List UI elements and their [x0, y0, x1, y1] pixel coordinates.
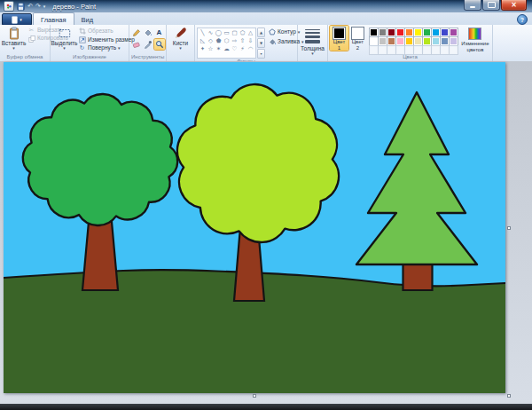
- undo-icon[interactable]: ↶: [27, 2, 33, 12]
- palette-empty-slot[interactable]: [379, 46, 387, 54]
- eraser-icon: [132, 40, 141, 49]
- shapes-more-icon[interactable]: ▾: [257, 49, 265, 59]
- palette-color[interactable]: [396, 28, 404, 36]
- color2-button[interactable]: Цвет 2: [348, 26, 367, 51]
- shape-option[interactable]: ⇧: [239, 37, 246, 45]
- pencil-tool-button[interactable]: [131, 28, 142, 38]
- palette-color[interactable]: [432, 37, 440, 45]
- palette-color[interactable]: [387, 37, 395, 45]
- palette-color[interactable]: [450, 37, 458, 45]
- brushes-button[interactable]: Кисти ▾: [168, 26, 192, 51]
- palette-empty-slot[interactable]: [370, 46, 378, 54]
- shape-option[interactable]: ∿: [207, 29, 215, 37]
- paint-app-icon[interactable]: [4, 1, 14, 12]
- minimize-button[interactable]: [464, 0, 481, 11]
- shape-option[interactable]: ☁: [223, 45, 231, 53]
- shape-option[interactable]: ✦: [199, 45, 207, 53]
- text-tool-button[interactable]: A: [154, 28, 165, 38]
- close-button[interactable]: ×: [501, 0, 527, 11]
- shape-option[interactable]: ╲: [199, 29, 207, 37]
- application-menu-button[interactable]: ▾: [2, 13, 32, 26]
- outline-icon: [268, 28, 276, 35]
- ribbon-tabs: Главная Вид: [33, 12, 100, 25]
- palette-color[interactable]: [379, 28, 387, 36]
- palette-empty-slot[interactable]: [450, 46, 458, 54]
- palette-color[interactable]: [423, 37, 431, 45]
- paste-button[interactable]: Вставить ▾: [2, 26, 26, 51]
- shape-option[interactable]: ♡: [231, 45, 239, 53]
- clipboard-icon: [8, 27, 20, 40]
- color1-button[interactable]: Цвет 1: [330, 26, 348, 51]
- tab-home[interactable]: Главная: [33, 12, 74, 25]
- rotate-button[interactable]: ↻ Повернуть ▾: [78, 45, 135, 51]
- resize-button[interactable]: Изменить размер: [78, 36, 135, 43]
- maximize-button[interactable]: [482, 0, 500, 11]
- work-area: [0, 61, 532, 404]
- palette-empty-slot[interactable]: [396, 46, 404, 54]
- shape-option[interactable]: ☆: [207, 45, 215, 53]
- shape-option[interactable]: ⬠: [239, 29, 246, 37]
- shape-option[interactable]: ✶: [215, 45, 223, 53]
- shape-option[interactable]: ▭: [223, 29, 231, 37]
- shape-option[interactable]: ◯: [215, 29, 223, 37]
- fill-tool-button[interactable]: [143, 28, 153, 38]
- canvas-resize-handle-bottom[interactable]: [253, 394, 256, 398]
- palette-empty-slot[interactable]: [441, 46, 449, 54]
- palette-color[interactable]: [450, 28, 458, 36]
- minimize-icon: [470, 6, 475, 8]
- palette-empty-slot[interactable]: [387, 46, 395, 54]
- qat-customize-icon[interactable]: ▾: [43, 4, 46, 9]
- palette-empty-slot[interactable]: [414, 46, 422, 54]
- tab-view[interactable]: Вид: [74, 12, 101, 25]
- shape-option[interactable]: ◺: [199, 37, 207, 45]
- drawing-canvas[interactable]: [4, 62, 505, 393]
- window-title: дерево - Paint: [52, 3, 96, 11]
- magnifier-tool-button[interactable]: [154, 39, 165, 50]
- outline-label: Контур: [278, 29, 296, 35]
- palette-color[interactable]: [432, 28, 440, 36]
- color-palette: [370, 28, 458, 54]
- shape-option[interactable]: ⬟: [215, 37, 223, 45]
- canvas-resize-handle-corner[interactable]: [507, 394, 511, 398]
- select-rectangle-icon: [59, 27, 71, 40]
- group-label-tools: Инструменты: [131, 54, 164, 61]
- palette-color[interactable]: [441, 37, 449, 45]
- redo-icon[interactable]: ↷: [35, 2, 41, 12]
- shape-option[interactable]: ⇩: [246, 37, 254, 45]
- shape-option[interactable]: ▢: [231, 29, 239, 37]
- palette-color[interactable]: [405, 37, 413, 45]
- size-button[interactable]: Толщина ▾: [301, 26, 325, 56]
- shape-option[interactable]: ⚡: [239, 45, 246, 53]
- palette-empty-slot[interactable]: [432, 46, 440, 54]
- palette-color[interactable]: [370, 28, 378, 36]
- save-icon[interactable]: [17, 2, 25, 12]
- palette-color[interactable]: [414, 37, 422, 45]
- palette-color[interactable]: [379, 37, 387, 45]
- palette-color[interactable]: [423, 28, 431, 36]
- select-button[interactable]: Выделить ▾: [52, 26, 76, 51]
- crop-label: Обрезать: [88, 28, 113, 35]
- shape-option[interactable]: ⇨: [231, 37, 239, 45]
- scroll-down-icon[interactable]: ▼: [257, 38, 265, 48]
- titlebar: ↶ ↷ ▾ дерево - Paint ×: [0, 0, 532, 12]
- scroll-up-icon[interactable]: ▲: [257, 28, 265, 37]
- help-button[interactable]: ?: [517, 14, 528, 25]
- color-picker-tool-button[interactable]: [143, 39, 153, 50]
- shape-option[interactable]: ◇: [207, 37, 215, 45]
- edit-colors-button[interactable]: Изменение цветов: [460, 26, 490, 53]
- shape-option[interactable]: △: [246, 29, 254, 37]
- palette-empty-slot[interactable]: [405, 46, 413, 54]
- palette-color[interactable]: [387, 28, 395, 36]
- palette-color[interactable]: [441, 28, 449, 36]
- shape-option[interactable]: ⬡: [223, 37, 231, 45]
- fill-icon: [268, 38, 276, 45]
- canvas-resize-handle-right[interactable]: [507, 226, 511, 230]
- palette-color[interactable]: [370, 37, 378, 45]
- eraser-tool-button[interactable]: [131, 39, 142, 50]
- palette-color[interactable]: [414, 28, 422, 36]
- crop-button[interactable]: Обрезать: [78, 28, 135, 35]
- palette-color[interactable]: [396, 37, 404, 45]
- shape-option[interactable]: ◠: [246, 45, 254, 53]
- palette-empty-slot[interactable]: [423, 46, 431, 54]
- palette-color[interactable]: [405, 28, 413, 36]
